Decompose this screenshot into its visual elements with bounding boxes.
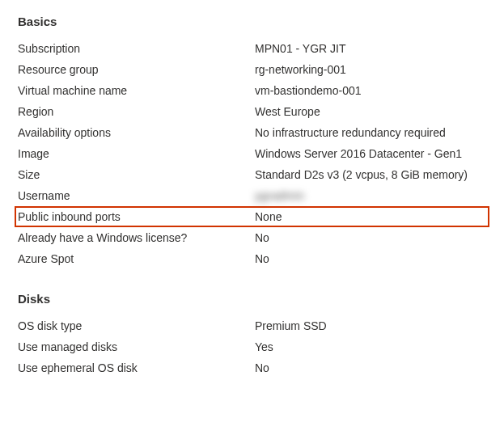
row-ephemeral-disk: Use ephemeral OS disk No — [18, 357, 486, 378]
row-windows-license: Already have a Windows license? No — [18, 227, 486, 248]
value-resource-group: rg-networking-001 — [255, 63, 346, 76]
basics-heading: Basics — [18, 15, 486, 28]
value-availability: No infrastructure redundancy required — [255, 126, 446, 139]
label-availability: Availability options — [18, 126, 255, 139]
row-managed-disks: Use managed disks Yes — [18, 336, 486, 357]
basics-section: Basics Subscription MPN01 - YGR JIT Reso… — [18, 15, 486, 269]
label-region: Region — [18, 105, 255, 118]
label-managed-disks: Use managed disks — [18, 340, 255, 353]
row-username: Username ygradmin — [18, 185, 486, 206]
label-ephemeral-disk: Use ephemeral OS disk — [18, 361, 255, 374]
disks-heading: Disks — [18, 292, 486, 306]
row-image: Image Windows Server 2016 Datacenter - G… — [18, 143, 486, 164]
label-public-inbound-ports: Public inbound ports — [18, 210, 255, 223]
label-azure-spot: Azure Spot — [18, 252, 255, 265]
value-vm-name: vm-bastiondemo-001 — [255, 84, 362, 97]
label-username: Username — [18, 189, 255, 202]
row-vm-name: Virtual machine name vm-bastiondemo-001 — [18, 80, 486, 101]
value-windows-license: No — [255, 231, 269, 244]
value-subscription: MPN01 - YGR JIT — [255, 42, 346, 55]
label-windows-license: Already have a Windows license? — [18, 231, 255, 244]
label-os-disk-type: OS disk type — [18, 319, 255, 332]
value-ephemeral-disk: No — [255, 361, 269, 374]
value-azure-spot: No — [255, 252, 269, 265]
value-size: Standard D2s v3 (2 vcpus, 8 GiB memory) — [255, 168, 468, 181]
label-vm-name: Virtual machine name — [18, 84, 255, 97]
row-size: Size Standard D2s v3 (2 vcpus, 8 GiB mem… — [18, 164, 486, 185]
value-os-disk-type: Premium SSD — [255, 319, 327, 332]
label-size: Size — [18, 168, 255, 181]
row-subscription: Subscription MPN01 - YGR JIT — [18, 38, 486, 59]
value-managed-disks: Yes — [255, 340, 273, 353]
row-region: Region West Europe — [18, 101, 486, 122]
row-availability: Availability options No infrastructure r… — [18, 122, 486, 143]
value-region: West Europe — [255, 105, 320, 118]
label-image: Image — [18, 147, 255, 160]
label-subscription: Subscription — [18, 42, 255, 55]
value-public-inbound-ports: None — [255, 210, 282, 223]
row-os-disk-type: OS disk type Premium SSD — [18, 315, 486, 336]
value-username: ygradmin — [255, 189, 305, 202]
label-resource-group: Resource group — [18, 63, 255, 76]
disks-section: Disks OS disk type Premium SSD Use manag… — [18, 292, 486, 378]
row-resource-group: Resource group rg-networking-001 — [18, 59, 486, 80]
row-azure-spot: Azure Spot No — [18, 248, 486, 269]
value-image: Windows Server 2016 Datacenter - Gen1 — [255, 147, 462, 160]
row-public-inbound-ports: Public inbound ports None — [15, 206, 489, 227]
